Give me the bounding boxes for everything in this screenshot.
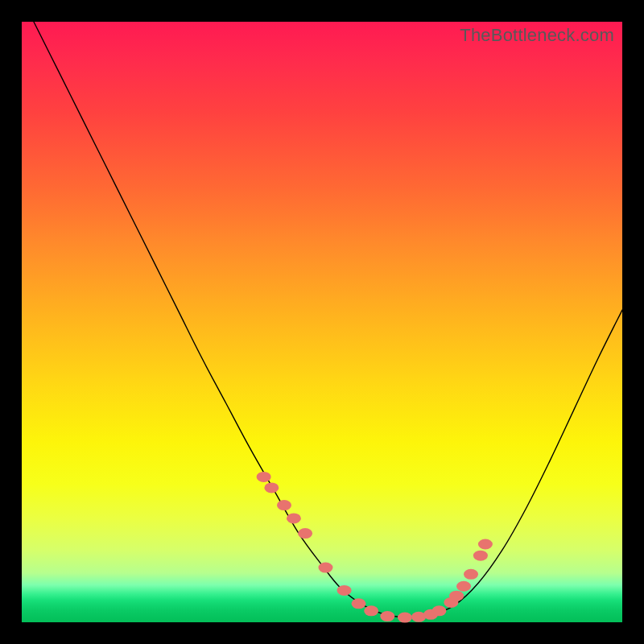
marker-dot [464,569,478,580]
marker-dot [364,605,378,616]
salmon-markers [257,472,493,623]
marker-dot [473,551,488,561]
plot-area: TheBottleneck.com [22,22,622,622]
marker-dot [318,563,332,573]
marker-dot [298,528,312,539]
marker-dot [352,598,366,609]
marker-dot [337,585,352,596]
marker-dot [398,613,412,623]
marker-dot [287,513,301,523]
marker-dot [257,472,271,482]
marker-dot [380,611,394,621]
curve-layer [22,22,622,622]
bottleneck-curve [34,22,622,617]
marker-dot [264,482,279,493]
chart-frame: TheBottleneck.com [0,0,644,644]
marker-dot [478,539,493,550]
marker-dot [456,581,471,592]
marker-dot [449,591,464,601]
marker-dot [277,500,291,510]
marker-dot [431,605,446,616]
